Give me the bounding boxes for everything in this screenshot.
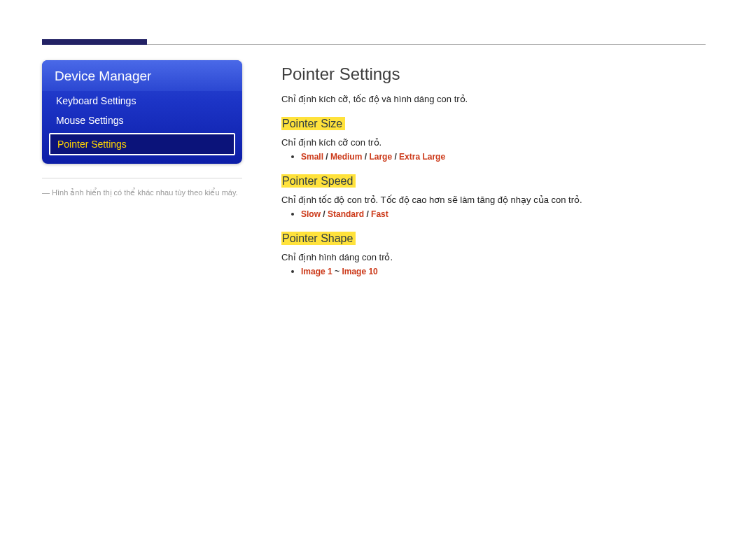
option: Small	[301, 152, 323, 162]
sidebar-item-keyboard-settings[interactable]: Keyboard Settings	[42, 91, 242, 111]
section-pointer-shape: Pointer Shape Chỉ định hình dáng con trỏ…	[281, 232, 706, 276]
sidebar-divider	[42, 178, 242, 178]
option: Medium	[330, 152, 362, 162]
bullet-icon	[291, 213, 294, 216]
option: Image 10	[342, 267, 377, 276]
main-content: Pointer Settings Chỉ định kích cỡ, tốc đ…	[281, 60, 706, 289]
separator: /	[392, 152, 399, 162]
section-heading: Pointer Shape	[281, 232, 356, 245]
page-title: Pointer Settings	[281, 64, 706, 84]
section-desc: Chỉ định hình dáng con trỏ.	[281, 252, 706, 262]
accent-bar	[42, 39, 147, 45]
footnote-text: Hình ảnh hiển thị có thể khác nhau tùy t…	[52, 188, 238, 197]
option: Image 1	[301, 267, 332, 276]
section-desc: Chỉ định kích cỡ con trỏ.	[281, 137, 706, 148]
section-pointer-speed: Pointer Speed Chỉ định tốc độ con trỏ. T…	[281, 174, 706, 219]
options-row: Small / Medium / Large / Extra Large	[291, 152, 706, 162]
option: Fast	[371, 209, 388, 219]
option: Slow	[301, 209, 321, 219]
sidebar-panel: Device Manager Keyboard Settings Mouse S…	[42, 60, 242, 164]
separator: /	[323, 152, 330, 162]
divider-line	[147, 44, 706, 45]
section-desc: Chỉ định tốc độ con trỏ. Tốc độ cao hơn …	[281, 195, 706, 205]
separator: /	[362, 152, 369, 162]
bullet-icon	[291, 155, 294, 158]
option: Standard	[328, 209, 364, 219]
section-heading: Pointer Speed	[281, 174, 356, 188]
options-row: Slow / Standard / Fast	[291, 209, 706, 219]
sidebar-title: Device Manager	[42, 60, 242, 91]
separator: ~	[332, 267, 342, 276]
page-intro: Chỉ định kích cỡ, tốc độ và hình dáng co…	[281, 94, 706, 104]
section-pointer-size: Pointer Size Chỉ định kích cỡ con trỏ. S…	[281, 117, 706, 162]
options-row: Image 1 ~ Image 10	[291, 267, 706, 276]
option: Extra Large	[399, 152, 445, 162]
separator: /	[364, 209, 371, 219]
sidebar-item-mouse-settings[interactable]: Mouse Settings	[42, 111, 242, 130]
sidebar-item-pointer-settings[interactable]: Pointer Settings	[49, 133, 235, 155]
option: Large	[369, 152, 392, 162]
footnote-dash: ―	[42, 188, 52, 197]
bullet-icon	[291, 270, 294, 273]
section-heading: Pointer Size	[281, 117, 345, 130]
header-divider	[42, 39, 706, 45]
separator: /	[321, 209, 328, 219]
sidebar-footnote: ― Hình ảnh hiển thị có thể khác nhau tùy…	[42, 187, 242, 199]
